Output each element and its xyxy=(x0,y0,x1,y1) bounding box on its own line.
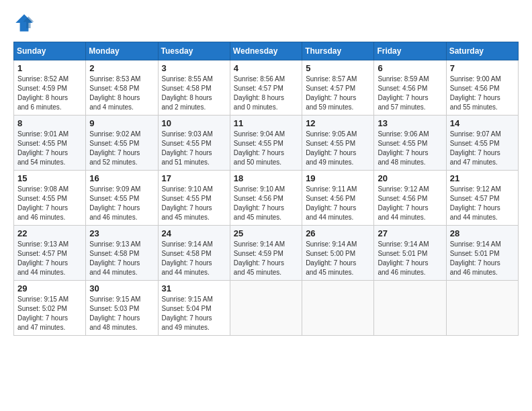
calendar-cell: 28Sunrise: 9:14 AMSunset: 5:01 PMDayligh… xyxy=(446,226,518,281)
day-detail: Sunrise: 8:52 AMSunset: 4:59 PMDaylight:… xyxy=(17,75,82,112)
day-detail: Sunrise: 9:10 AMSunset: 4:56 PMDaylight:… xyxy=(234,185,298,222)
day-number: 7 xyxy=(450,63,515,73)
day-detail: Sunrise: 9:00 AMSunset: 4:56 PMDaylight:… xyxy=(450,75,515,112)
day-detail: Sunrise: 9:01 AMSunset: 4:55 PMDaylight:… xyxy=(17,130,82,167)
day-number: 23 xyxy=(89,228,154,238)
day-detail: Sunrise: 9:15 AMSunset: 5:03 PMDaylight:… xyxy=(89,295,154,332)
calendar-week-row: 15Sunrise: 9:08 AMSunset: 4:55 PMDayligh… xyxy=(14,171,519,226)
day-number: 24 xyxy=(162,228,226,238)
calendar-day-header: Wednesday xyxy=(230,42,302,60)
day-number: 8 xyxy=(17,118,82,128)
calendar-cell: 22Sunrise: 9:13 AMSunset: 4:57 PMDayligh… xyxy=(14,226,86,281)
calendar-cell: 26Sunrise: 9:14 AMSunset: 5:00 PMDayligh… xyxy=(302,226,374,281)
calendar-week-row: 8Sunrise: 9:01 AMSunset: 4:55 PMDaylight… xyxy=(14,116,519,171)
day-number: 17 xyxy=(162,173,226,183)
day-detail: Sunrise: 9:14 AMSunset: 5:00 PMDaylight:… xyxy=(306,240,370,277)
day-number: 25 xyxy=(234,228,298,238)
calendar-cell: 4Sunrise: 8:56 AMSunset: 4:57 PMDaylight… xyxy=(230,60,302,116)
day-detail: Sunrise: 8:56 AMSunset: 4:57 PMDaylight:… xyxy=(234,75,298,112)
day-detail: Sunrise: 9:08 AMSunset: 4:55 PMDaylight:… xyxy=(17,185,82,222)
calendar-cell: 13Sunrise: 9:06 AMSunset: 4:55 PMDayligh… xyxy=(374,116,446,171)
calendar-week-row: 29Sunrise: 9:15 AMSunset: 5:02 PMDayligh… xyxy=(14,281,519,336)
day-number: 16 xyxy=(89,173,154,183)
calendar-cell: 23Sunrise: 9:13 AMSunset: 4:58 PMDayligh… xyxy=(86,226,158,281)
day-number: 31 xyxy=(162,283,226,293)
calendar-cell: 27Sunrise: 9:14 AMSunset: 5:01 PMDayligh… xyxy=(374,226,446,281)
day-detail: Sunrise: 9:02 AMSunset: 4:55 PMDaylight:… xyxy=(89,130,154,167)
day-number: 29 xyxy=(17,283,82,293)
calendar-day-header: Friday xyxy=(374,42,446,60)
calendar-day-header: Thursday xyxy=(302,42,374,60)
day-detail: Sunrise: 9:14 AMSunset: 4:59 PMDaylight:… xyxy=(234,240,298,277)
day-number: 13 xyxy=(378,118,442,128)
day-number: 2 xyxy=(89,63,154,73)
day-number: 1 xyxy=(17,63,82,73)
day-detail: Sunrise: 9:12 AMSunset: 4:56 PMDaylight:… xyxy=(378,185,442,222)
day-number: 10 xyxy=(162,118,226,128)
day-detail: Sunrise: 9:09 AMSunset: 4:55 PMDaylight:… xyxy=(89,185,154,222)
calendar-cell: 7Sunrise: 9:00 AMSunset: 4:56 PMDaylight… xyxy=(446,60,518,116)
day-number: 4 xyxy=(234,63,298,73)
calendar-cell: 12Sunrise: 9:05 AMSunset: 4:55 PMDayligh… xyxy=(302,116,374,171)
day-detail: Sunrise: 9:13 AMSunset: 4:58 PMDaylight:… xyxy=(89,240,154,277)
calendar-cell: 30Sunrise: 9:15 AMSunset: 5:03 PMDayligh… xyxy=(86,281,158,336)
day-number: 30 xyxy=(89,283,154,293)
calendar-week-row: 22Sunrise: 9:13 AMSunset: 4:57 PMDayligh… xyxy=(14,226,519,281)
calendar-day-header: Monday xyxy=(86,42,158,60)
calendar-cell: 21Sunrise: 9:12 AMSunset: 4:57 PMDayligh… xyxy=(446,171,518,226)
calendar-cell xyxy=(302,281,374,336)
calendar-day-header: Saturday xyxy=(446,42,518,60)
day-detail: Sunrise: 8:57 AMSunset: 4:57 PMDaylight:… xyxy=(306,75,370,112)
day-detail: Sunrise: 9:07 AMSunset: 4:55 PMDaylight:… xyxy=(450,130,515,167)
calendar-cell: 24Sunrise: 9:14 AMSunset: 4:58 PMDayligh… xyxy=(158,226,230,281)
calendar-table: SundayMondayTuesdayWednesdayThursdayFrid… xyxy=(13,42,519,336)
logo xyxy=(13,12,39,34)
calendar-cell: 11Sunrise: 9:04 AMSunset: 4:55 PMDayligh… xyxy=(230,116,302,171)
day-number: 20 xyxy=(378,173,442,183)
day-detail: Sunrise: 9:04 AMSunset: 4:55 PMDaylight:… xyxy=(234,130,298,167)
logo-icon xyxy=(13,12,35,34)
calendar-cell: 2Sunrise: 8:53 AMSunset: 4:58 PMDaylight… xyxy=(86,60,158,116)
calendar-cell: 5Sunrise: 8:57 AMSunset: 4:57 PMDaylight… xyxy=(302,60,374,116)
day-detail: Sunrise: 9:11 AMSunset: 4:56 PMDaylight:… xyxy=(306,185,370,222)
day-number: 28 xyxy=(450,228,515,238)
calendar-cell: 3Sunrise: 8:55 AMSunset: 4:58 PMDaylight… xyxy=(158,60,230,116)
calendar-day-header: Sunday xyxy=(14,42,86,60)
day-number: 15 xyxy=(17,173,82,183)
page: SundayMondayTuesdayWednesdayThursdayFrid… xyxy=(0,0,532,342)
calendar-week-row: 1Sunrise: 8:52 AMSunset: 4:59 PMDaylight… xyxy=(14,60,519,116)
calendar-cell xyxy=(446,281,518,336)
calendar-cell: 29Sunrise: 9:15 AMSunset: 5:02 PMDayligh… xyxy=(14,281,86,336)
calendar-cell: 31Sunrise: 9:15 AMSunset: 5:04 PMDayligh… xyxy=(158,281,230,336)
calendar-cell: 6Sunrise: 8:59 AMSunset: 4:56 PMDaylight… xyxy=(374,60,446,116)
day-detail: Sunrise: 9:03 AMSunset: 4:55 PMDaylight:… xyxy=(162,130,226,167)
day-detail: Sunrise: 9:15 AMSunset: 5:04 PMDaylight:… xyxy=(162,295,226,332)
calendar-header-row: SundayMondayTuesdayWednesdayThursdayFrid… xyxy=(14,42,519,60)
day-number: 26 xyxy=(306,228,370,238)
day-number: 19 xyxy=(306,173,370,183)
calendar-cell: 25Sunrise: 9:14 AMSunset: 4:59 PMDayligh… xyxy=(230,226,302,281)
day-detail: Sunrise: 9:14 AMSunset: 4:58 PMDaylight:… xyxy=(162,240,226,277)
calendar-cell: 18Sunrise: 9:10 AMSunset: 4:56 PMDayligh… xyxy=(230,171,302,226)
day-number: 9 xyxy=(89,118,154,128)
day-number: 6 xyxy=(378,63,442,73)
calendar-cell: 15Sunrise: 9:08 AMSunset: 4:55 PMDayligh… xyxy=(14,171,86,226)
day-number: 11 xyxy=(234,118,298,128)
day-number: 3 xyxy=(162,63,226,73)
calendar-cell: 20Sunrise: 9:12 AMSunset: 4:56 PMDayligh… xyxy=(374,171,446,226)
day-number: 21 xyxy=(450,173,515,183)
day-detail: Sunrise: 8:55 AMSunset: 4:58 PMDaylight:… xyxy=(162,75,226,112)
day-detail: Sunrise: 8:59 AMSunset: 4:56 PMDaylight:… xyxy=(378,75,442,112)
calendar-cell: 8Sunrise: 9:01 AMSunset: 4:55 PMDaylight… xyxy=(14,116,86,171)
calendar-cell: 17Sunrise: 9:10 AMSunset: 4:55 PMDayligh… xyxy=(158,171,230,226)
day-detail: Sunrise: 9:05 AMSunset: 4:55 PMDaylight:… xyxy=(306,130,370,167)
calendar-day-header: Tuesday xyxy=(158,42,230,60)
calendar-cell: 10Sunrise: 9:03 AMSunset: 4:55 PMDayligh… xyxy=(158,116,230,171)
day-number: 27 xyxy=(378,228,442,238)
calendar-cell xyxy=(230,281,302,336)
day-detail: Sunrise: 9:14 AMSunset: 5:01 PMDaylight:… xyxy=(450,240,515,277)
day-number: 22 xyxy=(17,228,82,238)
header xyxy=(13,12,519,34)
day-detail: Sunrise: 9:12 AMSunset: 4:57 PMDaylight:… xyxy=(450,185,515,222)
day-detail: Sunrise: 9:14 AMSunset: 5:01 PMDaylight:… xyxy=(378,240,442,277)
